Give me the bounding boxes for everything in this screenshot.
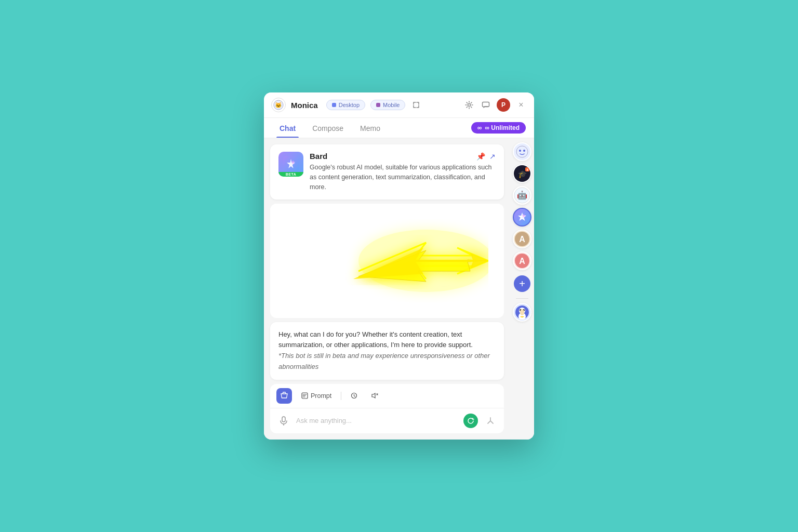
svg-point-13: [519, 150, 521, 152]
settings-icon[interactable]: [463, 99, 475, 111]
svg-point-12: [516, 146, 528, 157]
svg-point-14: [523, 150, 525, 152]
send-button[interactable]: [483, 414, 498, 428]
main-area: BETA Bard 📌 ↗ Google's robust AI model, …: [264, 138, 534, 439]
expand-icon[interactable]: [410, 99, 422, 111]
user-avatar[interactable]: P: [497, 98, 510, 112]
tab-chat[interactable]: Chat: [272, 118, 303, 138]
share-icon[interactable]: ↗: [489, 152, 496, 161]
sidebar-item-ai1[interactable]: A: [513, 230, 531, 248]
basket-icon-btn[interactable]: [276, 388, 292, 404]
chat-toolbar: Prompt: [270, 384, 504, 408]
chat-message: Hey, what can I do for you? Whether it's…: [270, 322, 504, 380]
bot-info: Bard 📌 ↗ Google's robust AI model, suita…: [310, 152, 496, 192]
mute-btn[interactable]: [367, 390, 383, 401]
tab-bar: Chat Compose Memo ∞ ∞ Unlimited: [264, 118, 534, 138]
pin-icon[interactable]: 📌: [476, 152, 485, 161]
mobile-platform-btn[interactable]: Mobile: [370, 100, 405, 110]
sidebar: 🎓 4 🤖: [510, 138, 534, 439]
svg-text:🤖: 🤖: [517, 191, 527, 201]
history-btn[interactable]: [347, 390, 362, 401]
bot-name: Bard: [310, 152, 327, 161]
sidebar-item-bard[interactable]: [513, 208, 531, 227]
sidebar-item-gpt4[interactable]: 🎓 4: [513, 164, 531, 183]
toolbar-divider: [341, 392, 341, 400]
sidebar-item-ai2[interactable]: A: [513, 251, 531, 270]
bot-description: Google's robust AI model, suitable for v…: [310, 163, 496, 192]
bot-icon: BETA: [278, 152, 303, 177]
svg-point-30: [520, 309, 524, 315]
prompt-btn[interactable]: Prompt: [297, 390, 336, 402]
svg-rect-3: [483, 102, 489, 107]
tab-compose[interactable]: Compose: [305, 118, 351, 138]
desktop-platform-btn[interactable]: Desktop: [326, 100, 365, 110]
yellow-arrow-graphic: [343, 219, 488, 302]
title-bar: 🐱 Monica Desktop Mobile: [264, 92, 534, 118]
svg-text:A: A: [519, 257, 525, 265]
infinity-icon: ∞: [477, 124, 482, 131]
close-button[interactable]: ×: [515, 99, 527, 111]
sidebar-add-button[interactable]: +: [514, 275, 530, 292]
svg-text:🐱: 🐱: [275, 101, 282, 109]
bot-card: BETA Bard 📌 ↗ Google's robust AI model, …: [270, 144, 504, 199]
sidebar-divider: [516, 298, 528, 299]
chat-area: BETA Bard 📌 ↗ Google's robust AI model, …: [264, 138, 510, 439]
arrow-area: [270, 204, 504, 318]
svg-rect-10: [282, 417, 285, 422]
beta-badge: BETA: [278, 172, 303, 177]
message-text: Hey, what can I do for you? Whether it's…: [278, 330, 490, 370]
app-logo: 🐱: [271, 98, 286, 112]
chat-input[interactable]: [296, 417, 458, 424]
app-window: 🐱 Monica Desktop Mobile: [264, 92, 534, 439]
input-area: [270, 408, 504, 433]
sidebar-item-bot5[interactable]: [513, 303, 531, 322]
svg-point-2: [468, 104, 471, 107]
mic-button[interactable]: [276, 414, 291, 428]
refresh-button[interactable]: [463, 414, 478, 428]
sidebar-item-bot3[interactable]: 🤖: [513, 186, 531, 205]
chat-icon[interactable]: [480, 99, 491, 111]
unlimited-badge[interactable]: ∞ ∞ Unlimited: [471, 122, 526, 134]
app-name: Monica: [291, 101, 318, 110]
tab-memo[interactable]: Memo: [353, 118, 388, 138]
prompt-label: Prompt: [311, 392, 331, 400]
sidebar-item-monica[interactable]: [513, 142, 531, 161]
svg-text:A: A: [519, 235, 525, 244]
